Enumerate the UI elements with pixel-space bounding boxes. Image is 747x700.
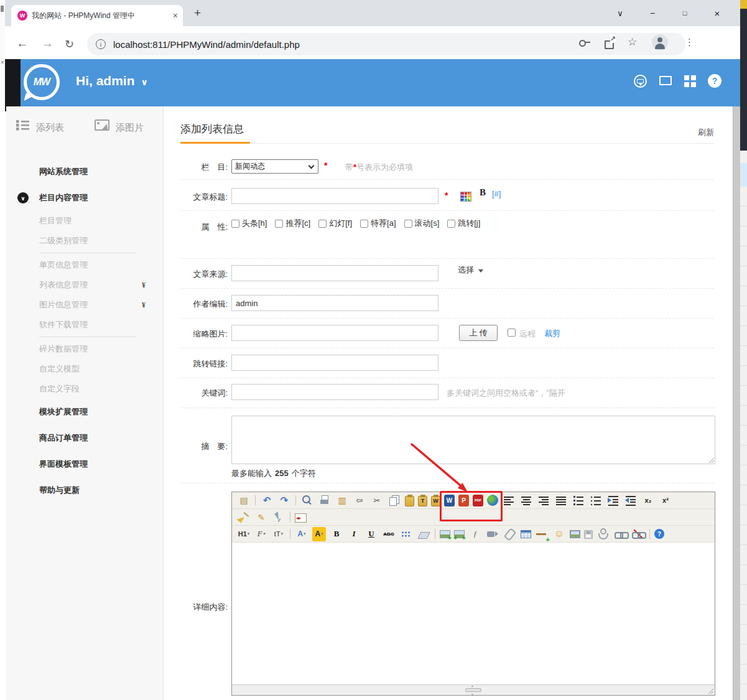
italic-icon[interactable]: I (347, 527, 361, 541)
minimize-button[interactable]: − (636, 8, 669, 18)
attribute-option[interactable]: 跳转[j] (447, 218, 480, 229)
align-justify-icon[interactable] (554, 493, 568, 508)
sidebar-item[interactable]: 自定义模型 (6, 359, 163, 379)
sidebar-item[interactable]: 界面模板管理 (6, 451, 163, 477)
import-pdf-icon[interactable]: PDF (473, 495, 483, 506)
highlight-color-icon[interactable]: A▾ (312, 527, 326, 541)
save-icon[interactable] (584, 530, 593, 539)
checkbox[interactable] (275, 220, 283, 228)
redo-icon[interactable]: ↷ (277, 493, 291, 508)
vertical-scrollbar[interactable] (733, 106, 740, 700)
checkbox[interactable] (404, 220, 412, 228)
paste-word-icon[interactable]: W (431, 496, 440, 506)
horizontal-rule-icon[interactable] (535, 527, 549, 541)
anchor-icon[interactable] (596, 527, 610, 541)
user-menu[interactable]: Hi, admin∨ (76, 73, 148, 88)
page-info-icon[interactable]: i (96, 39, 106, 49)
help-icon[interactable] (708, 74, 721, 88)
attribute-option[interactable]: 推荐[c] (275, 218, 310, 229)
undo-icon[interactable]: ↶ (260, 493, 274, 508)
editor-resize-handle[interactable] (465, 688, 481, 692)
anchor-tag-tool[interactable]: [#] (492, 189, 501, 198)
insert-table-icon[interactable] (521, 530, 531, 538)
checkbox[interactable] (447, 220, 455, 228)
crop-link[interactable]: 裁剪 (544, 328, 560, 339)
fullscreen-icon[interactable] (295, 513, 307, 523)
outdent-icon[interactable] (624, 493, 638, 508)
author-input[interactable] (231, 295, 438, 311)
remote-checkbox[interactable] (508, 329, 516, 337)
thumbnail-input[interactable] (231, 325, 438, 341)
bold-title-tool[interactable]: B (480, 187, 486, 198)
indent-icon[interactable] (606, 493, 620, 508)
copy-icon[interactable] (387, 493, 401, 508)
link-icon[interactable] (614, 527, 628, 541)
back-button[interactable]: ← (16, 36, 29, 50)
share-icon[interactable] (603, 37, 615, 48)
sidebar-item[interactable]: 自定义字段 (6, 379, 163, 399)
sidebar-add-list[interactable]: 添列表 (36, 122, 64, 134)
line-spacing-icon[interactable] (399, 527, 413, 541)
align-center-icon[interactable] (519, 493, 533, 508)
insert-flash-icon[interactable]: ƒ (468, 527, 482, 541)
window-close-button[interactable]: × (701, 8, 733, 19)
attribute-option[interactable]: 滚动[s] (404, 218, 440, 229)
add-image-icon[interactable] (95, 119, 109, 131)
reload-button[interactable]: ↻ (65, 37, 74, 51)
superscript-icon[interactable]: x² (659, 493, 672, 508)
bold-icon[interactable]: B (330, 527, 343, 541)
strikethrough-icon[interactable]: ABC (382, 527, 396, 541)
sidebar-add-image[interactable]: 添图片 (116, 122, 144, 134)
emoticon-icon[interactable]: ☺ (552, 527, 566, 541)
sidebar-item[interactable]: 单页信息管理 (6, 255, 163, 275)
doc-ruler-icon[interactable]: ▥ (335, 493, 349, 508)
paste-icon[interactable] (405, 496, 414, 506)
source-code-icon[interactable]: C# (353, 493, 366, 508)
cut-icon[interactable]: ✂ (370, 493, 384, 508)
resize-grip[interactable] (707, 688, 713, 694)
profile-avatar[interactable] (652, 34, 668, 50)
maximize-button[interactable]: □ (669, 9, 701, 17)
article-title-input[interactable] (231, 188, 438, 204)
print-icon[interactable] (318, 493, 332, 508)
refresh-link[interactable]: 刷新 (698, 127, 714, 138)
forward-button[interactable]: → (41, 36, 53, 50)
clean-broom-icon[interactable] (237, 510, 251, 525)
import-word-icon[interactable]: W (444, 495, 455, 506)
sidebar-item[interactable]: 图片信息管理¥ (6, 295, 163, 315)
font-color-icon[interactable]: A▾ (295, 527, 309, 541)
checkbox[interactable] (231, 220, 239, 228)
align-left-icon[interactable] (502, 493, 516, 508)
format-doc-icon[interactable]: ✎ (254, 510, 268, 525)
sidebar-item[interactable]: 二级类别管理 (6, 231, 163, 251)
attribute-option[interactable]: 幻灯[f] (318, 218, 352, 229)
font-family-icon[interactable]: F▾ (254, 527, 268, 541)
view-site-icon[interactable] (658, 74, 672, 88)
attachment-icon[interactable] (503, 527, 517, 541)
select-cursor-icon[interactable] (272, 510, 285, 525)
checkbox[interactable] (360, 220, 368, 228)
attribute-option[interactable]: 特荐[a] (360, 218, 396, 229)
paste-text-icon[interactable]: T (418, 496, 427, 506)
add-list-icon[interactable] (16, 120, 29, 131)
underline-icon[interactable]: U (364, 527, 378, 541)
sidebar-item[interactable]: 碎片数据管理 (6, 339, 163, 359)
import-ppt-icon[interactable]: P (458, 495, 469, 506)
sidebar-item[interactable]: 栏目管理 (6, 211, 163, 231)
sidebar-item[interactable]: 软件下载管理 (6, 315, 163, 335)
summary-textarea[interactable] (231, 416, 715, 464)
unordered-list-icon[interactable] (589, 493, 603, 508)
insert-images-icon[interactable] (454, 530, 465, 538)
subscript-icon[interactable]: x₂ (641, 493, 655, 508)
heading-icon[interactable]: H1▾ (237, 527, 251, 541)
editor-content-area[interactable] (232, 543, 715, 684)
password-key-icon[interactable] (579, 37, 590, 48)
sidebar-item[interactable]: 帮助与更新 (6, 477, 163, 503)
browser-menu-icon[interactable] (681, 37, 692, 48)
preview-icon[interactable] (300, 493, 314, 508)
align-right-icon[interactable] (537, 493, 550, 508)
browser-tab[interactable]: W 我的网站 - PHPMyWind 管理中 × (11, 5, 183, 26)
font-size-icon[interactable]: tT▾ (272, 527, 285, 541)
ordered-list-icon[interactable] (572, 493, 585, 508)
new-tab-button[interactable]: + (194, 6, 201, 20)
